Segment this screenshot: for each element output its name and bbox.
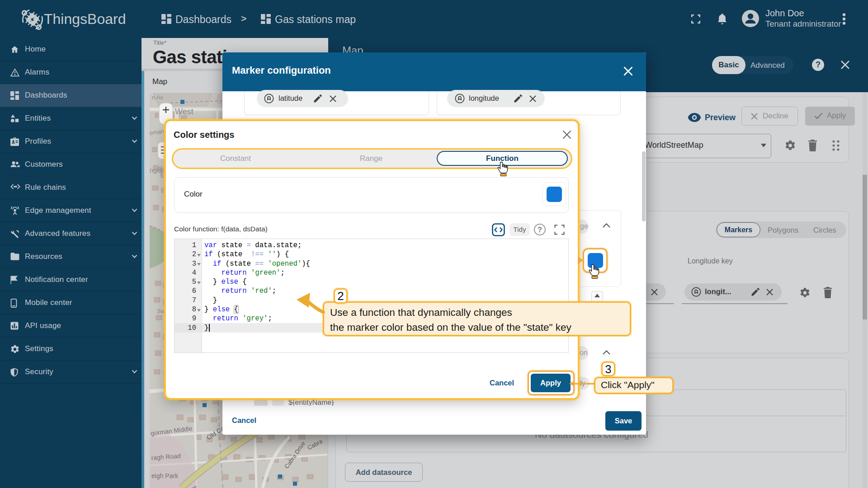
svg-text:eigh Park: eigh Park [151,472,179,479]
svg-text:West: West [175,107,193,116]
svg-text:ngle: ngle [150,167,162,174]
svg-text:n Av: n Av [152,94,164,101]
